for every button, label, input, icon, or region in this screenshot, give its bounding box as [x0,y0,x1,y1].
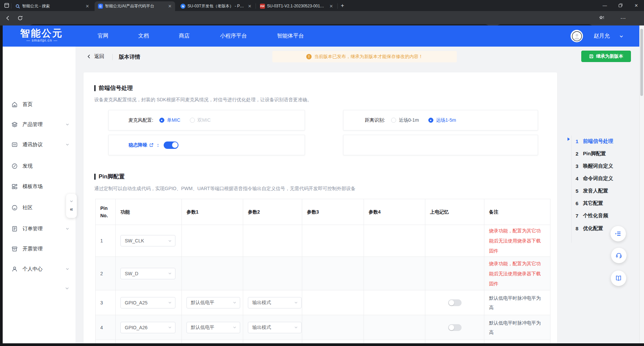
radio-label: 单MIC [167,117,180,123]
sidebar-item-community[interactable]: 社区 [3,199,75,216]
sidebar-item-label: 社区 [22,205,33,211]
table-row: 2 SW_D 烧录功能，配置为其它功能后无法使用烧录器下载固件 [96,257,550,290]
pin-number: 2 [96,257,116,290]
noise-reduction-label[interactable]: 稳态降噪 [128,142,147,148]
anchor-item-3[interactable]: 3唤醒词自定义 [576,162,613,170]
refresh-icon[interactable] [15,13,25,23]
more-menu-icon[interactable]: ⋯ [618,13,629,23]
sidebar-collapse-handle[interactable]: « [66,194,77,218]
col-header-memory: 上电记忆 [425,199,484,225]
nav-miniprogram-platform[interactable]: 小程序平台 [220,25,247,47]
function-select[interactable]: SW_CLK [120,235,175,246]
customer-service-fab[interactable] [611,248,627,263]
nav-official-site[interactable]: 官网 [98,25,108,47]
radio-dual-mic[interactable]: 双MIC [190,117,211,123]
back-button[interactable]: 返回 [86,53,104,60]
radio-single-mic[interactable]: 单MIC [159,117,180,123]
user-avatar[interactable] [571,30,583,42]
window-restore-button[interactable] [613,0,628,11]
function-select[interactable]: SW_D [120,268,175,279]
radio-selected-icon [428,118,433,123]
sidebar-scroll-chevron-icon[interactable] [65,286,69,291]
anchor-item-2[interactable]: 2Pin脚配置 [576,150,606,158]
distance-config-box: 距离识别: 近场0-1m 远场1-5m [343,110,538,130]
chevron-down-icon [65,267,69,271]
external-link-icon[interactable] [149,143,154,147]
back-icon[interactable] [3,13,13,23]
memory-toggle-off[interactable] [448,299,462,306]
anchor-item-7[interactable]: 7个性化音频 [576,212,608,220]
tab-close-icon[interactable]: ✕ [85,3,90,9]
app-logo[interactable]: 智能公元 — smartpi.cn — [20,28,64,42]
empty-config-box [343,135,538,155]
memory-toggle-off[interactable] [448,324,462,331]
save-icon [589,54,594,59]
section-title: Pin脚配置 [99,173,124,180]
username[interactable]: 赵月允 [594,33,610,40]
favorites-icon[interactable] [596,13,607,23]
sidebar-item-protocols[interactable]: 通讯协议 [3,136,75,153]
anchor-item-8[interactable]: 8优化配置 [576,224,603,232]
sidebar-item-template-market[interactable]: 模板市场 [3,178,75,194]
col-header-param4: 参数4 [364,199,425,225]
tab-title: SU-03T1-V2.1-20230523-001模组 [267,3,327,9]
tab-close-icon[interactable]: ✕ [247,3,252,9]
function-select[interactable]: GPIO_A25 [120,297,175,308]
col-header-remark: 备注 [484,199,550,225]
anchor-item-6[interactable]: 6其它配置 [576,199,603,207]
sidebar-item-orders[interactable]: 订单管理 [3,221,75,237]
radio-unselected-icon [190,118,195,123]
param2-select[interactable]: 输出模式 [248,322,302,333]
browser-tab-3[interactable]: N SU-03T开发包（老版本） - Power ✕ [177,1,255,11]
noise-reduction-toggle-on[interactable] [164,141,178,149]
distance-label: 距离识别: [365,117,385,123]
nav-store[interactable]: 商店 [179,25,190,47]
sidebar-item-invoices[interactable]: 开票管理 [3,241,75,257]
anchor-item-5[interactable]: 5发音人配置 [576,187,608,195]
new-tab-button[interactable]: + [341,2,344,9]
protocol-icon [11,141,18,148]
window-close-button[interactable]: ✕ [629,0,644,11]
radio-near-field[interactable]: 近场0-1m [391,117,419,123]
page-title: 版本详情 [119,54,140,61]
docs-book-fab[interactable] [611,271,626,286]
anchor-nav-line [571,135,572,243]
scrollbar-thumb[interactable] [640,29,643,96]
anchor-item-1[interactable]: 1前端信号处理 [576,137,613,145]
browser-tab-1[interactable]: 智能公元 - 搜索 ✕ [12,1,93,11]
noise-reduction-box: 稳态降噪 ： [108,135,305,155]
tab-close-icon[interactable]: ✕ [167,3,172,9]
sidebar-item-discover[interactable]: 发现 [3,158,75,174]
arrow-left-icon [86,54,92,59]
layers-icon [11,121,18,128]
user-chevron-down-icon[interactable] [619,34,624,39]
nav-docs[interactable]: 文档 [138,25,149,47]
browser-tab-4[interactable]: PDF SU-03T1-V2.1-20230523-001模组 ✕ [257,1,336,11]
param2-select[interactable]: 输出模式 [248,297,302,308]
browser-tabstrip: 智能公元 - 搜索 ✕ 公 智能公元/AI产品零代码平台 ✕ N SU-03T开… [0,0,644,11]
search-favicon [15,4,20,9]
radio-label: 远场1-5m [436,117,456,123]
active-anchor-marker [568,137,570,141]
param1-select[interactable]: 默认低电平 [186,297,240,308]
published-warning-banner: ! 当前版本已发布，继承为新版本才能保存修改的内容！ [272,51,457,62]
tab-title: 智能公元 - 搜索 [22,3,83,9]
window-minimize-button[interactable]: — [597,0,612,11]
tab-close-icon[interactable]: ✕ [329,3,334,9]
outline-toggle-fab[interactable] [610,226,626,241]
home-icon [11,101,18,108]
radio-far-field[interactable]: 远场1-5m [428,117,456,123]
anchor-item-4[interactable]: 4命令词自定义 [576,174,613,182]
sidebar-item-home[interactable]: 首页 [3,96,75,112]
nav-agent-platform[interactable]: 智能体平台 [277,25,304,47]
tab-actions-icon[interactable] [4,3,9,8]
chevron-down-icon [65,142,69,147]
warning-text: 当前版本已发布，继承为新版本才能保存修改的内容！ [314,54,423,60]
function-select[interactable]: GPIO_A26 [120,322,175,333]
tab-title: SU-03T开发包（老版本） - Power [187,3,245,9]
browser-tab-2-active[interactable]: 公 智能公元/AI产品零代码平台 ✕ [95,1,175,11]
sidebar-item-profile[interactable]: 个人中心 [3,261,75,277]
sidebar-item-products[interactable]: 产品管理 [3,116,75,132]
param1-select[interactable]: 默认低电平 [186,322,240,333]
inherit-new-version-button[interactable]: 继承为新版本 [581,51,631,62]
